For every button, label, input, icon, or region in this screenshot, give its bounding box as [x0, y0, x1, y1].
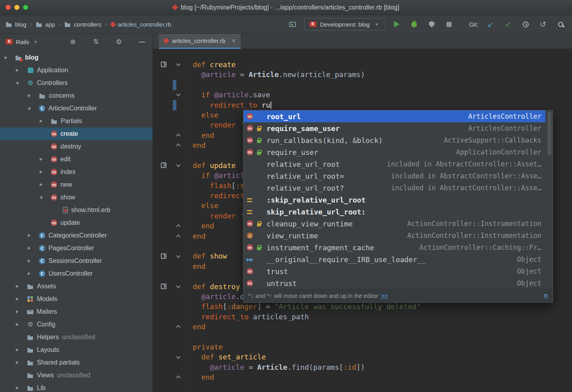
- zoom-window-button[interactable]: [23, 5, 28, 10]
- fold-end-icon[interactable]: [176, 325, 180, 330]
- go-to-view-icon[interactable]: [161, 284, 166, 289]
- fold-collapse-icon[interactable]: [176, 162, 180, 167]
- tree-item-partials[interactable]: Partials: [0, 115, 153, 127]
- code-line[interactable]: def set_article: [193, 352, 434, 362]
- tree-item-controllers[interactable]: Controllers: [0, 77, 153, 89]
- tree-item-index[interactable]: index: [0, 166, 153, 178]
- run-config-select[interactable]: Development: blog ▾: [304, 18, 385, 30]
- expand-arrow[interactable]: [15, 361, 27, 364]
- fold-collapse-icon[interactable]: [176, 92, 180, 97]
- expand-arrow[interactable]: [15, 81, 27, 85]
- tree-item-show[interactable]: show: [0, 191, 153, 204]
- fold-end-icon[interactable]: [176, 144, 180, 148]
- expand-arrow[interactable]: [15, 285, 27, 288]
- code-line[interactable]: @article = Article.find(params[:id]): [193, 362, 434, 372]
- fold-end-icon[interactable]: [176, 224, 180, 229]
- tree-item-sessionscontroller[interactable]: SessionsController: [0, 255, 153, 267]
- update-project-button[interactable]: ↙: [485, 18, 497, 30]
- tree-item-categoriescontroller[interactable]: CategoriesController: [0, 229, 153, 242]
- completion-item[interactable]: relative_url_root=included in AbstractCo…: [243, 170, 545, 182]
- completion-item[interactable]: trustObject: [243, 265, 545, 277]
- tree-item-models[interactable]: Models: [0, 293, 153, 305]
- expand-arrow[interactable]: [15, 386, 27, 390]
- tree-item-blog[interactable]: blog: [0, 51, 153, 64]
- completion-item[interactable]: require_userApplicationController: [243, 146, 545, 158]
- fold-collapse-icon[interactable]: [176, 253, 180, 258]
- close-tab-icon[interactable]: ×: [232, 37, 236, 45]
- completion-item[interactable]: run_callbacks(kind, &block)ActiveSupport…: [243, 134, 545, 146]
- run-button[interactable]: [391, 18, 403, 30]
- tree-item-pagescontroller[interactable]: PagesController: [0, 242, 153, 255]
- expand-arrow[interactable]: [27, 272, 39, 275]
- history-button[interactable]: [520, 18, 531, 30]
- fold-end-icon[interactable]: [176, 133, 180, 138]
- commit-button[interactable]: ✓: [502, 18, 514, 30]
- go-to-view-icon[interactable]: [161, 162, 166, 168]
- preview-button[interactable]: [287, 18, 299, 30]
- tree-item-layouts[interactable]: Layouts: [0, 344, 153, 356]
- code-line[interactable]: private: [193, 342, 434, 352]
- tree-item-helpers[interactable]: Helpersunclassified: [0, 331, 153, 344]
- tree-item-show-html-erb[interactable]: show.html.erb: [0, 204, 153, 216]
- expand-arrow[interactable]: [27, 247, 39, 250]
- minimize-window-button[interactable]: [14, 5, 19, 10]
- tree-item-edit[interactable]: edit: [0, 153, 153, 166]
- completion-item[interactable]: skip_relative_url_root:: [243, 206, 545, 218]
- expand-arrow[interactable]: [39, 158, 51, 161]
- settings-button[interactable]: ⚙: [113, 36, 125, 48]
- completion-item[interactable]: untrustObject: [243, 277, 545, 289]
- expand-arrow[interactable]: [39, 196, 51, 199]
- tree-item-concerns[interactable]: concerns: [0, 89, 153, 102]
- fold-end-icon[interactable]: [176, 234, 180, 239]
- expand-arrow[interactable]: [27, 107, 39, 110]
- completion-item[interactable]: relative_url_rootincluded in AbstractCon…: [243, 158, 545, 170]
- debug-button[interactable]: [408, 18, 420, 30]
- tree-item-views[interactable]: Viewsunclassified: [0, 369, 153, 382]
- breadcrumb-item[interactable]: app: [36, 21, 55, 28]
- code-line[interactable]: def create: [193, 60, 434, 70]
- tree-item-lib[interactable]: Lib: [0, 382, 153, 392]
- go-to-view-icon[interactable]: [161, 253, 166, 259]
- fold-collapse-icon[interactable]: [176, 62, 180, 66]
- expand-arrow[interactable]: [39, 120, 51, 123]
- tree-item-create[interactable]: create: [0, 127, 153, 140]
- popup-more-link[interactable]: >>: [381, 293, 388, 299]
- code-line[interactable]: end: [193, 322, 434, 332]
- tab-articles-controller[interactable]: articles_controller.rb ×: [159, 34, 241, 49]
- expand-arrow[interactable]: [27, 259, 39, 263]
- completion-item[interactable]: require_same_userArticlesController: [243, 122, 545, 134]
- completion-item[interactable]: view_runtimeActionController::Instrument…: [243, 230, 545, 241]
- completion-item[interactable]: :skip_relative_url_root: [243, 194, 545, 206]
- code-line[interactable]: end: [193, 372, 434, 382]
- completion-item[interactable]: cleanup_view_runtimeActionController::In…: [243, 218, 545, 230]
- breadcrumb-item[interactable]: articles_controller.rb: [111, 21, 171, 28]
- tree-item-config[interactable]: Config: [0, 318, 153, 331]
- tree-item-mailers[interactable]: Mailers: [0, 305, 153, 318]
- expand-arrow[interactable]: [15, 323, 27, 326]
- coverage-button[interactable]: [426, 18, 438, 30]
- code-line[interactable]: redirect_to articles_path: [193, 312, 434, 322]
- fold-collapse-icon[interactable]: [176, 354, 180, 359]
- expand-arrow[interactable]: [3, 56, 15, 60]
- tree-item-assets[interactable]: Assets: [0, 280, 153, 293]
- code-line[interactable]: [193, 80, 434, 90]
- completion-item[interactable]: root_urlArticlesController: [243, 110, 545, 122]
- close-window-button[interactable]: [6, 5, 11, 10]
- locate-button[interactable]: ⊕: [67, 36, 79, 48]
- tree-item-update[interactable]: update: [0, 216, 153, 229]
- go-to-view-icon[interactable]: [161, 62, 166, 67]
- stop-button[interactable]: [443, 18, 455, 30]
- breadcrumb-item[interactable]: controllers: [64, 21, 101, 28]
- code-line[interactable]: flash[:danger] = "Article was successful…: [193, 301, 434, 311]
- expand-arrow[interactable]: [15, 297, 27, 301]
- expand-arrow[interactable]: [15, 310, 27, 313]
- expand-arrow[interactable]: [27, 234, 39, 237]
- search-everywhere-button[interactable]: [555, 18, 566, 30]
- tree-item-new[interactable]: new: [0, 178, 153, 191]
- fold-collapse-icon[interactable]: [176, 284, 180, 288]
- code-line[interactable]: redirect_to ru: [193, 100, 434, 110]
- collapse-all-button[interactable]: ⇅: [90, 36, 102, 48]
- code-line[interactable]: @article = Article.new(article_params): [193, 70, 434, 79]
- completion-item[interactable]: relative_url_root?included in AbstractCo…: [243, 182, 545, 194]
- tree-item-destroy[interactable]: destroy: [0, 140, 153, 153]
